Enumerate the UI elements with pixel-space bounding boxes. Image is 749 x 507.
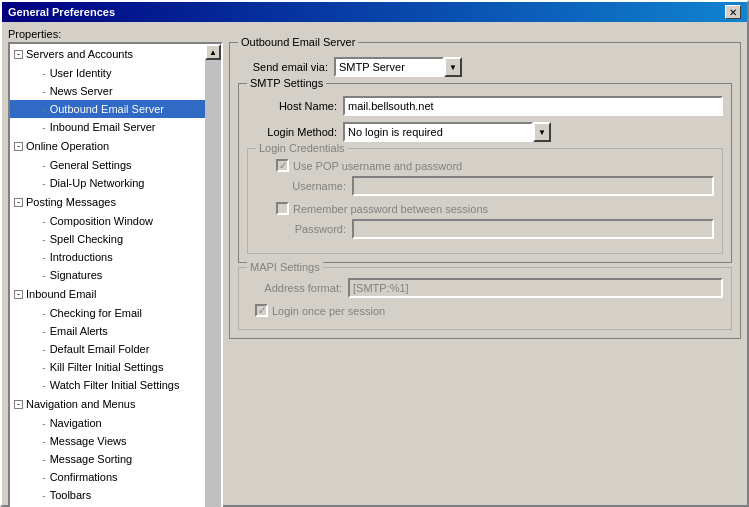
sidebar-item-message-views[interactable]: - Message Views <box>10 432 205 450</box>
use-pop-checkbox[interactable] <box>276 159 289 172</box>
dash-icon: - <box>42 415 46 431</box>
use-pop-row: Use POP username and password <box>276 159 714 172</box>
dash-icon: - <box>42 487 46 503</box>
dash-icon: - <box>42 323 46 339</box>
send-via-label: Send email via: <box>238 61 328 73</box>
dash-icon: - <box>42 359 46 375</box>
dash-icon: - <box>42 377 46 393</box>
dash-icon: - <box>42 341 46 357</box>
sidebar-item-inbound-email-server[interactable]: - Inbound Email Server <box>10 118 205 136</box>
sidebar-item-news-server[interactable]: - News Server <box>10 82 205 100</box>
expander-posting: - <box>14 198 23 207</box>
right-pane: Outbound Email Server Send email via: ▼ … <box>229 42 741 507</box>
login-once-checkbox[interactable] <box>255 304 268 317</box>
sidebar-item-inbound-email[interactable]: - Inbound Email <box>10 284 205 304</box>
dash-icon: - <box>42 433 46 449</box>
sidebar-item-user-identity[interactable]: - User Identity <box>10 64 205 82</box>
username-input <box>352 176 714 196</box>
sidebar-item-dialup[interactable]: - Dial-Up Networking <box>10 174 205 192</box>
send-via-row: Send email via: ▼ <box>238 57 732 77</box>
dash-icon: - <box>42 175 46 191</box>
dash-icon: - <box>42 65 46 81</box>
address-format-label: Address format: <box>247 282 342 294</box>
dash-icon: - <box>42 451 46 467</box>
mapi-settings-group: MAPI Settings Address format: Login once… <box>238 267 732 330</box>
sidebar-item-servers-accounts[interactable]: - Servers and Accounts <box>10 44 205 64</box>
login-method-input[interactable] <box>343 122 533 142</box>
close-button[interactable]: ✕ <box>725 5 741 19</box>
host-name-row: Host Name: <box>247 96 723 116</box>
sidebar-item-email-alerts[interactable]: - Email Alerts <box>10 322 205 340</box>
scroll-track <box>205 60 221 507</box>
dialog-window: General Preferences ✕ Properties: - Serv… <box>0 0 749 507</box>
expander-online: - <box>14 142 23 151</box>
smtp-settings-group: SMTP Settings Host Name: Login Method: ▼ <box>238 83 732 263</box>
username-row: Username: <box>256 176 714 196</box>
expander-nav: - <box>14 400 23 409</box>
login-once-label: Login once per session <box>272 305 385 317</box>
remember-pwd-label: Remember password between sessions <box>293 203 488 215</box>
sidebar-item-online-operation[interactable]: - Online Operation <box>10 136 205 156</box>
dash-icon: - <box>42 101 46 117</box>
dash-icon: - <box>42 83 46 99</box>
login-credentials-group: Login Credentials Use POP username and p… <box>247 148 723 254</box>
login-method-dropdown-button[interactable]: ▼ <box>533 122 551 142</box>
sidebar-item-checking-email[interactable]: - Checking for Email <box>10 304 205 322</box>
dash-icon: - <box>42 119 46 135</box>
dash-icon: - <box>42 213 46 229</box>
sidebar-item-outbound-email[interactable]: - Outbound Email Server <box>10 100 205 118</box>
login-cred-title: Login Credentials <box>256 142 348 154</box>
sidebar-item-message-sorting[interactable]: - Message Sorting <box>10 450 205 468</box>
use-pop-label: Use POP username and password <box>293 160 462 172</box>
send-via-input[interactable] <box>334 57 444 77</box>
smtp-group-title: SMTP Settings <box>247 77 326 89</box>
password-row: Password: <box>256 219 714 239</box>
dash-icon: - <box>42 267 46 283</box>
sidebar-item-navigation[interactable]: - Navigation <box>10 414 205 432</box>
login-method-row: Login Method: ▼ <box>247 122 723 142</box>
username-label: Username: <box>256 180 346 192</box>
outbound-email-group: Outbound Email Server Send email via: ▼ … <box>229 42 741 339</box>
sidebar-item-toolbars[interactable]: - Toolbars <box>10 486 205 504</box>
address-format-input <box>348 278 723 298</box>
sidebar-item-watch-filter[interactable]: - Watch Filter Initial Settings <box>10 376 205 394</box>
expander-servers: - <box>14 50 23 59</box>
sidebar-item-introductions[interactable]: - Introductions <box>10 248 205 266</box>
send-via-dropdown-button[interactable]: ▼ <box>444 57 462 77</box>
sidebar-item-composition[interactable]: - Composition Window <box>10 212 205 230</box>
remember-pwd-checkbox[interactable] <box>276 202 289 215</box>
host-name-input[interactable] <box>343 96 723 116</box>
sidebar-item-signatures[interactable]: - Signatures <box>10 266 205 284</box>
address-format-row: Address format: <box>247 278 723 298</box>
login-once-row: Login once per session <box>255 304 723 317</box>
login-method-dropdown[interactable]: ▼ <box>343 122 551 142</box>
sidebar-item-confirmations[interactable]: - Confirmations <box>10 468 205 486</box>
tree-pane-wrapper: - Servers and Accounts - User Identity -… <box>8 42 223 507</box>
tree-pane: - Servers and Accounts - User Identity -… <box>10 44 205 507</box>
dialog-body: Properties: - Servers and Accounts - Use… <box>2 22 747 507</box>
tree-scrollbar: ▲ ▼ <box>205 44 221 507</box>
main-content: - Servers and Accounts - User Identity -… <box>8 42 741 507</box>
host-name-label: Host Name: <box>247 100 337 112</box>
sidebar-item-kill-filter[interactable]: - Kill Filter Initial Settings <box>10 358 205 376</box>
sidebar-item-default-email-folder[interactable]: - Default Email Folder <box>10 340 205 358</box>
dash-icon: - <box>42 249 46 265</box>
title-bar: General Preferences ✕ <box>2 2 747 22</box>
dash-icon: - <box>42 469 46 485</box>
outbound-group-title: Outbound Email Server <box>238 36 358 48</box>
scroll-up-button[interactable]: ▲ <box>205 44 221 60</box>
send-via-dropdown[interactable]: ▼ <box>334 57 462 77</box>
password-label: Password: <box>256 223 346 235</box>
password-input <box>352 219 714 239</box>
dash-icon: - <box>42 305 46 321</box>
sidebar-item-nav-menus[interactable]: - Navigation and Menus <box>10 394 205 414</box>
remember-pwd-row: Remember password between sessions <box>276 202 714 215</box>
sidebar-item-posting-messages[interactable]: - Posting Messages <box>10 192 205 212</box>
sidebar-item-general-settings[interactable]: - General Settings <box>10 156 205 174</box>
properties-label: Properties: <box>8 28 741 40</box>
title-bar-text: General Preferences <box>8 6 115 18</box>
mapi-group-title: MAPI Settings <box>247 261 323 273</box>
sidebar-item-spell-checking[interactable]: - Spell Checking <box>10 230 205 248</box>
login-method-label: Login Method: <box>247 126 337 138</box>
dash-icon: - <box>42 231 46 247</box>
